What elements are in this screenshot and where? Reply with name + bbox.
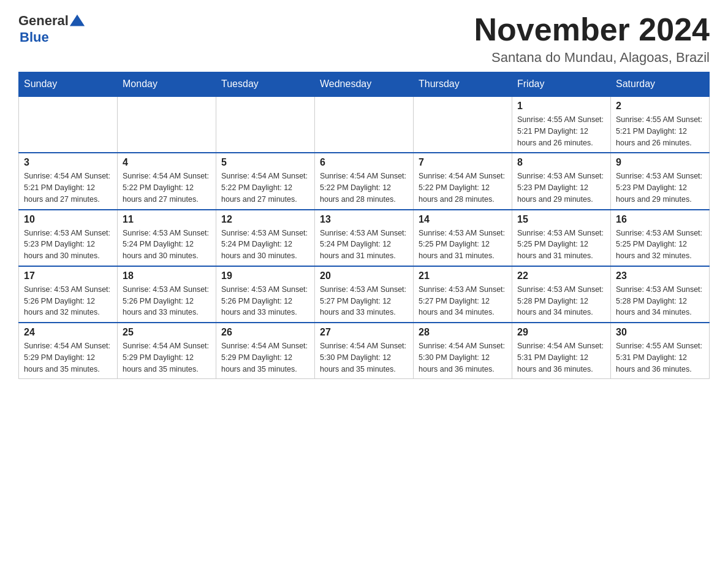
header-friday: Friday — [512, 72, 611, 97]
table-row: 15Sunrise: 4:53 AM Sunset: 5:25 PM Dayli… — [512, 210, 611, 266]
day-info: Sunrise: 4:54 AM Sunset: 5:22 PM Dayligh… — [221, 170, 309, 205]
table-row: 9Sunrise: 4:53 AM Sunset: 5:23 PM Daylig… — [611, 153, 710, 209]
day-info: Sunrise: 4:53 AM Sunset: 5:23 PM Dayligh… — [24, 228, 112, 262]
logo-general-text: General — [18, 13, 69, 29]
day-number: 21 — [419, 270, 507, 282]
table-row: 26Sunrise: 4:54 AM Sunset: 5:29 PM Dayli… — [216, 323, 315, 379]
day-info: Sunrise: 4:54 AM Sunset: 5:21 PM Dayligh… — [24, 170, 112, 205]
day-number: 15 — [517, 214, 605, 225]
day-info: Sunrise: 4:53 AM Sunset: 5:23 PM Dayligh… — [517, 170, 605, 205]
header-thursday: Thursday — [414, 72, 512, 97]
day-number: 19 — [221, 270, 309, 282]
day-info: Sunrise: 4:54 AM Sunset: 5:22 PM Dayligh… — [320, 170, 408, 205]
day-number: 30 — [616, 327, 704, 338]
day-number: 17 — [24, 270, 112, 282]
month-title: November 2024 — [474, 12, 710, 47]
day-number: 18 — [123, 270, 211, 282]
page-header: General Blue November 2024 Santana do Mu… — [18, 12, 710, 66]
day-info: Sunrise: 4:54 AM Sunset: 5:30 PM Dayligh… — [320, 340, 408, 375]
table-row: 13Sunrise: 4:53 AM Sunset: 5:24 PM Dayli… — [315, 210, 414, 266]
day-info: Sunrise: 4:53 AM Sunset: 5:27 PM Dayligh… — [320, 284, 408, 318]
table-row: 5Sunrise: 4:54 AM Sunset: 5:22 PM Daylig… — [216, 153, 315, 209]
table-row: 28Sunrise: 4:54 AM Sunset: 5:30 PM Dayli… — [414, 323, 512, 379]
day-info: Sunrise: 4:53 AM Sunset: 5:26 PM Dayligh… — [24, 284, 112, 318]
table-row: 23Sunrise: 4:53 AM Sunset: 5:28 PM Dayli… — [611, 266, 710, 323]
table-row: 4Sunrise: 4:54 AM Sunset: 5:22 PM Daylig… — [118, 153, 216, 209]
day-number: 11 — [123, 214, 211, 225]
header-wednesday: Wednesday — [315, 72, 414, 97]
table-row: 30Sunrise: 4:55 AM Sunset: 5:31 PM Dayli… — [611, 323, 710, 379]
table-row: 3Sunrise: 4:54 AM Sunset: 5:21 PM Daylig… — [19, 153, 118, 209]
calendar-table: Sunday Monday Tuesday Wednesday Thursday… — [18, 72, 710, 379]
table-row: 10Sunrise: 4:53 AM Sunset: 5:23 PM Dayli… — [19, 210, 118, 266]
title-section: November 2024 Santana do Mundau, Alagoas… — [474, 12, 710, 66]
table-row: 24Sunrise: 4:54 AM Sunset: 5:29 PM Dayli… — [19, 323, 118, 379]
day-info: Sunrise: 4:53 AM Sunset: 5:24 PM Dayligh… — [123, 228, 211, 262]
day-number: 4 — [123, 157, 211, 168]
day-info: Sunrise: 4:53 AM Sunset: 5:28 PM Dayligh… — [616, 284, 704, 318]
day-info: Sunrise: 4:54 AM Sunset: 5:22 PM Dayligh… — [123, 170, 211, 205]
table-row: 2Sunrise: 4:55 AM Sunset: 5:21 PM Daylig… — [611, 96, 710, 153]
day-number: 23 — [616, 270, 704, 282]
table-row: 14Sunrise: 4:53 AM Sunset: 5:25 PM Dayli… — [414, 210, 512, 266]
table-row: 19Sunrise: 4:53 AM Sunset: 5:26 PM Dayli… — [216, 266, 315, 323]
table-row: 12Sunrise: 4:53 AM Sunset: 5:24 PM Dayli… — [216, 210, 315, 266]
day-info: Sunrise: 4:53 AM Sunset: 5:23 PM Dayligh… — [616, 170, 704, 205]
table-row — [19, 96, 118, 153]
day-number: 26 — [221, 327, 309, 338]
table-row: 7Sunrise: 4:54 AM Sunset: 5:22 PM Daylig… — [414, 153, 512, 209]
day-info: Sunrise: 4:55 AM Sunset: 5:21 PM Dayligh… — [616, 114, 704, 148]
day-number: 7 — [419, 157, 507, 168]
day-number: 28 — [419, 327, 507, 338]
day-info: Sunrise: 4:55 AM Sunset: 5:31 PM Dayligh… — [616, 340, 704, 375]
table-row: 29Sunrise: 4:54 AM Sunset: 5:31 PM Dayli… — [512, 323, 611, 379]
table-row — [315, 96, 414, 153]
day-number: 9 — [616, 157, 704, 168]
day-number: 27 — [320, 327, 408, 338]
table-row: 25Sunrise: 4:54 AM Sunset: 5:29 PM Dayli… — [118, 323, 216, 379]
day-number: 12 — [221, 214, 309, 225]
day-number: 3 — [24, 157, 112, 168]
day-number: 2 — [616, 101, 704, 112]
table-row: 11Sunrise: 4:53 AM Sunset: 5:24 PM Dayli… — [118, 210, 216, 266]
day-info: Sunrise: 4:54 AM Sunset: 5:22 PM Dayligh… — [419, 170, 507, 205]
day-number: 22 — [517, 270, 605, 282]
table-row — [414, 96, 512, 153]
day-number: 14 — [419, 214, 507, 225]
table-row: 6Sunrise: 4:54 AM Sunset: 5:22 PM Daylig… — [315, 153, 414, 209]
table-row: 18Sunrise: 4:53 AM Sunset: 5:26 PM Dayli… — [118, 266, 216, 323]
location-subtitle: Santana do Mundau, Alagoas, Brazil — [474, 50, 710, 66]
day-number: 25 — [123, 327, 211, 338]
day-number: 20 — [320, 270, 408, 282]
day-number: 8 — [517, 157, 605, 168]
day-info: Sunrise: 4:54 AM Sunset: 5:29 PM Dayligh… — [123, 340, 211, 375]
svg-marker-0 — [70, 15, 85, 26]
table-row — [118, 96, 216, 153]
table-row: 17Sunrise: 4:53 AM Sunset: 5:26 PM Dayli… — [19, 266, 118, 323]
day-number: 29 — [517, 327, 605, 338]
day-number: 10 — [24, 214, 112, 225]
calendar-week-row: 17Sunrise: 4:53 AM Sunset: 5:26 PM Dayli… — [19, 266, 710, 323]
day-info: Sunrise: 4:53 AM Sunset: 5:27 PM Dayligh… — [419, 284, 507, 318]
calendar-week-row: 10Sunrise: 4:53 AM Sunset: 5:23 PM Dayli… — [19, 210, 710, 266]
header-tuesday: Tuesday — [216, 72, 315, 97]
logo-blue-text: Blue — [20, 29, 49, 45]
header-sunday: Sunday — [19, 72, 118, 97]
day-info: Sunrise: 4:54 AM Sunset: 5:31 PM Dayligh… — [517, 340, 605, 375]
calendar-week-row: 1Sunrise: 4:55 AM Sunset: 5:21 PM Daylig… — [19, 96, 710, 153]
day-info: Sunrise: 4:53 AM Sunset: 5:25 PM Dayligh… — [419, 228, 507, 262]
header-monday: Monday — [118, 72, 216, 97]
table-row: 20Sunrise: 4:53 AM Sunset: 5:27 PM Dayli… — [315, 266, 414, 323]
day-info: Sunrise: 4:53 AM Sunset: 5:25 PM Dayligh… — [517, 228, 605, 262]
day-info: Sunrise: 4:53 AM Sunset: 5:24 PM Dayligh… — [221, 228, 309, 262]
day-number: 24 — [24, 327, 112, 338]
day-number: 1 — [517, 101, 605, 112]
day-info: Sunrise: 4:55 AM Sunset: 5:21 PM Dayligh… — [517, 114, 605, 148]
day-number: 6 — [320, 157, 408, 168]
table-row: 21Sunrise: 4:53 AM Sunset: 5:27 PM Dayli… — [414, 266, 512, 323]
day-info: Sunrise: 4:53 AM Sunset: 5:24 PM Dayligh… — [320, 228, 408, 262]
table-row — [216, 96, 315, 153]
day-info: Sunrise: 4:53 AM Sunset: 5:28 PM Dayligh… — [517, 284, 605, 318]
day-info: Sunrise: 4:53 AM Sunset: 5:26 PM Dayligh… — [123, 284, 211, 318]
day-info: Sunrise: 4:54 AM Sunset: 5:30 PM Dayligh… — [419, 340, 507, 375]
